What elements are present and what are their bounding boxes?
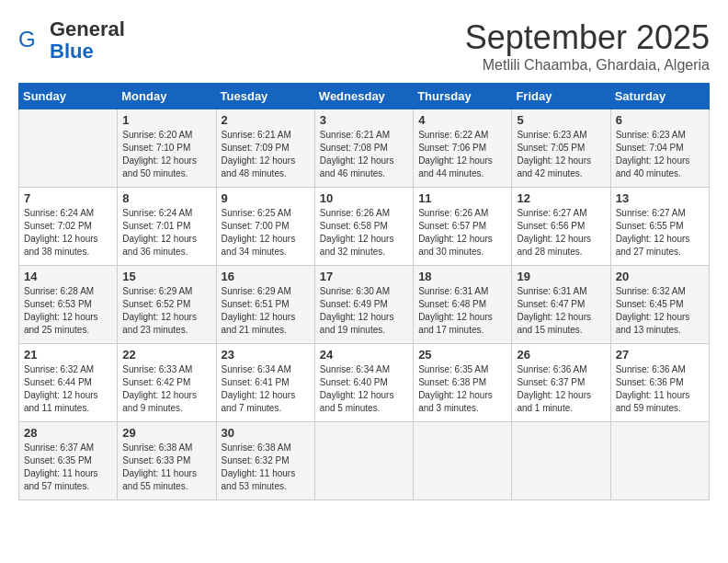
calendar-cell: 6Sunrise: 6:23 AM Sunset: 7:04 PM Daylig… xyxy=(610,109,709,188)
logo: G General Blue xyxy=(18,18,125,63)
cell-content: Sunrise: 6:34 AM Sunset: 6:41 PM Dayligh… xyxy=(222,363,310,415)
calendar-cell: 26Sunrise: 6:36 AM Sunset: 6:37 PM Dayli… xyxy=(512,344,610,422)
logo-blue: Blue xyxy=(50,40,94,63)
day-number: 4 xyxy=(418,113,506,127)
day-header-saturday: Saturday xyxy=(610,84,709,109)
calendar-body: 1Sunrise: 6:20 AM Sunset: 7:10 PM Daylig… xyxy=(19,109,710,500)
calendar-cell xyxy=(512,422,610,500)
cell-content: Sunrise: 6:38 AM Sunset: 6:32 PM Dayligh… xyxy=(222,442,310,493)
calendar-cell: 23Sunrise: 6:34 AM Sunset: 6:41 PM Dayli… xyxy=(216,344,314,422)
calendar-cell: 15Sunrise: 6:29 AM Sunset: 6:52 PM Dayli… xyxy=(118,266,216,344)
calendar-cell: 9Sunrise: 6:25 AM Sunset: 7:00 PM Daylig… xyxy=(216,188,314,266)
day-number: 2 xyxy=(222,113,310,127)
cell-content: Sunrise: 6:22 AM Sunset: 7:06 PM Dayligh… xyxy=(418,129,506,180)
calendar-cell: 4Sunrise: 6:22 AM Sunset: 7:06 PM Daylig… xyxy=(414,109,512,188)
cell-content: Sunrise: 6:36 AM Sunset: 6:37 PM Dayligh… xyxy=(517,363,605,415)
cell-content: Sunrise: 6:32 AM Sunset: 6:44 PM Dayligh… xyxy=(24,363,112,415)
day-number: 25 xyxy=(418,348,506,362)
day-number: 14 xyxy=(24,270,112,283)
day-number: 8 xyxy=(122,191,210,205)
day-number: 3 xyxy=(320,113,408,127)
day-number: 5 xyxy=(517,113,605,127)
calendar-cell: 29Sunrise: 6:38 AM Sunset: 6:33 PM Dayli… xyxy=(118,422,216,500)
day-header-friday: Friday xyxy=(512,84,610,109)
day-header-sunday: Sunday xyxy=(19,84,118,109)
cell-content: Sunrise: 6:30 AM Sunset: 6:49 PM Dayligh… xyxy=(320,285,408,337)
week-row-4: 28Sunrise: 6:37 AM Sunset: 6:35 PM Dayli… xyxy=(19,422,710,500)
cell-content: Sunrise: 6:29 AM Sunset: 6:51 PM Dayligh… xyxy=(222,285,310,337)
logo-general: General xyxy=(50,17,125,40)
calendar-cell: 8Sunrise: 6:24 AM Sunset: 7:01 PM Daylig… xyxy=(118,188,216,266)
calendar-cell: 12Sunrise: 6:27 AM Sunset: 6:56 PM Dayli… xyxy=(512,188,610,266)
calendar-cell: 28Sunrise: 6:37 AM Sunset: 6:35 PM Dayli… xyxy=(19,422,118,500)
day-number: 21 xyxy=(24,348,112,362)
calendar-cell: 19Sunrise: 6:31 AM Sunset: 6:47 PM Dayli… xyxy=(512,266,610,344)
calendar-cell: 13Sunrise: 6:27 AM Sunset: 6:55 PM Dayli… xyxy=(610,188,709,266)
cell-content: Sunrise: 6:26 AM Sunset: 6:58 PM Dayligh… xyxy=(320,207,408,259)
calendar-cell: 11Sunrise: 6:26 AM Sunset: 6:57 PM Dayli… xyxy=(414,188,512,266)
calendar-cell xyxy=(414,422,512,500)
cell-content: Sunrise: 6:34 AM Sunset: 6:40 PM Dayligh… xyxy=(320,363,408,415)
cell-content: Sunrise: 6:25 AM Sunset: 7:00 PM Dayligh… xyxy=(222,207,310,259)
calendar-cell: 25Sunrise: 6:35 AM Sunset: 6:38 PM Dayli… xyxy=(414,344,512,422)
cell-content: Sunrise: 6:20 AM Sunset: 7:10 PM Dayligh… xyxy=(122,129,210,180)
day-number: 13 xyxy=(616,191,704,205)
day-number: 12 xyxy=(517,191,605,205)
calendar-cell: 3Sunrise: 6:21 AM Sunset: 7:08 PM Daylig… xyxy=(314,109,413,188)
cell-content: Sunrise: 6:32 AM Sunset: 6:45 PM Dayligh… xyxy=(616,285,704,337)
cell-content: Sunrise: 6:24 AM Sunset: 7:01 PM Dayligh… xyxy=(122,207,210,259)
days-header-row: SundayMondayTuesdayWednesdayThursdayFrid… xyxy=(19,84,710,109)
cell-content: Sunrise: 6:33 AM Sunset: 6:42 PM Dayligh… xyxy=(122,363,210,415)
calendar-cell xyxy=(19,109,118,188)
cell-content: Sunrise: 6:36 AM Sunset: 6:36 PM Dayligh… xyxy=(616,363,704,415)
cell-content: Sunrise: 6:21 AM Sunset: 7:09 PM Dayligh… xyxy=(222,129,310,180)
week-row-2: 14Sunrise: 6:28 AM Sunset: 6:53 PM Dayli… xyxy=(19,266,710,344)
day-number: 6 xyxy=(616,113,704,127)
calendar-cell: 30Sunrise: 6:38 AM Sunset: 6:32 PM Dayli… xyxy=(216,422,314,500)
calendar-cell: 17Sunrise: 6:30 AM Sunset: 6:49 PM Dayli… xyxy=(314,266,413,344)
cell-content: Sunrise: 6:38 AM Sunset: 6:33 PM Dayligh… xyxy=(122,442,210,493)
calendar-cell: 18Sunrise: 6:31 AM Sunset: 6:48 PM Dayli… xyxy=(414,266,512,344)
svg-text:G: G xyxy=(18,27,36,52)
day-number: 29 xyxy=(122,426,210,440)
day-number: 7 xyxy=(24,191,112,205)
day-header-thursday: Thursday xyxy=(414,84,512,109)
day-number: 19 xyxy=(517,270,605,283)
day-number: 23 xyxy=(222,348,310,362)
cell-content: Sunrise: 6:27 AM Sunset: 6:56 PM Dayligh… xyxy=(517,207,605,259)
cell-content: Sunrise: 6:35 AM Sunset: 6:38 PM Dayligh… xyxy=(418,363,506,415)
title-area: September 2025 Metlili Chaamba, Ghardaia… xyxy=(465,18,710,74)
day-header-wednesday: Wednesday xyxy=(314,84,413,109)
calendar-cell: 14Sunrise: 6:28 AM Sunset: 6:53 PM Dayli… xyxy=(19,266,118,344)
calendar-cell: 21Sunrise: 6:32 AM Sunset: 6:44 PM Dayli… xyxy=(19,344,118,422)
day-number: 27 xyxy=(616,348,704,362)
cell-content: Sunrise: 6:31 AM Sunset: 6:47 PM Dayligh… xyxy=(517,285,605,337)
month-title: September 2025 xyxy=(465,18,710,57)
header: G General Blue September 2025 Metlili Ch… xyxy=(18,18,710,74)
day-number: 26 xyxy=(517,348,605,362)
cell-content: Sunrise: 6:29 AM Sunset: 6:52 PM Dayligh… xyxy=(122,285,210,337)
day-number: 16 xyxy=(222,270,310,283)
cell-content: Sunrise: 6:27 AM Sunset: 6:55 PM Dayligh… xyxy=(616,207,704,259)
day-number: 11 xyxy=(418,191,506,205)
logo-icon: G xyxy=(18,27,46,54)
day-number: 28 xyxy=(24,426,112,440)
week-row-1: 7Sunrise: 6:24 AM Sunset: 7:02 PM Daylig… xyxy=(19,188,710,266)
cell-content: Sunrise: 6:21 AM Sunset: 7:08 PM Dayligh… xyxy=(320,129,408,180)
week-row-0: 1Sunrise: 6:20 AM Sunset: 7:10 PM Daylig… xyxy=(19,109,710,188)
cell-content: Sunrise: 6:37 AM Sunset: 6:35 PM Dayligh… xyxy=(24,442,112,493)
calendar-cell: 2Sunrise: 6:21 AM Sunset: 7:09 PM Daylig… xyxy=(216,109,314,188)
day-number: 22 xyxy=(122,348,210,362)
cell-content: Sunrise: 6:23 AM Sunset: 7:04 PM Dayligh… xyxy=(616,129,704,180)
day-header-tuesday: Tuesday xyxy=(216,84,314,109)
location-subtitle: Metlili Chaamba, Ghardaia, Algeria xyxy=(465,57,710,74)
calendar-cell: 27Sunrise: 6:36 AM Sunset: 6:36 PM Dayli… xyxy=(610,344,709,422)
day-number: 15 xyxy=(122,270,210,283)
cell-content: Sunrise: 6:31 AM Sunset: 6:48 PM Dayligh… xyxy=(418,285,506,337)
calendar-cell: 1Sunrise: 6:20 AM Sunset: 7:10 PM Daylig… xyxy=(118,109,216,188)
cell-content: Sunrise: 6:26 AM Sunset: 6:57 PM Dayligh… xyxy=(418,207,506,259)
cell-content: Sunrise: 6:24 AM Sunset: 7:02 PM Dayligh… xyxy=(24,207,112,259)
calendar-cell: 10Sunrise: 6:26 AM Sunset: 6:58 PM Dayli… xyxy=(314,188,413,266)
calendar-cell: 24Sunrise: 6:34 AM Sunset: 6:40 PM Dayli… xyxy=(314,344,413,422)
day-number: 17 xyxy=(320,270,408,283)
